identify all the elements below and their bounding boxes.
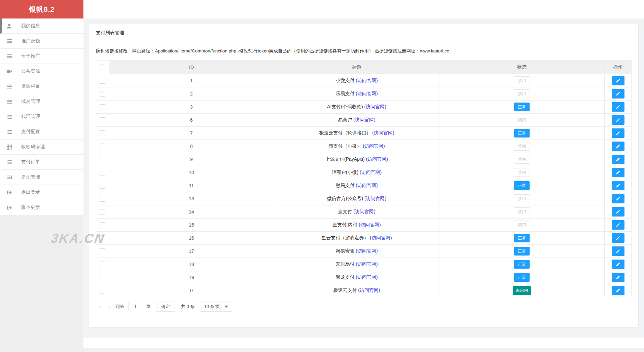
official-site-link[interactable]: (访问官网) [356, 261, 378, 267]
sidebar-item-9[interactable]: 支付订单 [0, 155, 83, 170]
edit-button[interactable] [612, 76, 624, 85]
official-site-link[interactable]: (访问官网) [366, 156, 388, 162]
row-checkbox[interactable] [100, 78, 105, 84]
sidebar-item-4[interactable]: 资源栏目 [0, 79, 83, 94]
official-site-link[interactable]: (访问官网) [360, 169, 382, 175]
qrcode-icon [6, 144, 12, 150]
official-site-link[interactable]: (访问官网) [356, 248, 378, 253]
status-badge[interactable]: 禁用 [514, 76, 530, 85]
row-checkbox[interactable] [100, 222, 105, 228]
sidebar-item-6[interactable]: 代理管理 [0, 109, 83, 124]
official-site-link[interactable]: (访问官网) [356, 78, 378, 83]
edit-button[interactable] [612, 273, 624, 282]
status-badge[interactable]: 正常 [514, 103, 530, 111]
sidebar-item-7[interactable]: 支付配置 [0, 124, 83, 140]
official-site-link[interactable]: (访问官网) [356, 183, 378, 188]
official-site-link[interactable]: (访问官网) [370, 235, 392, 240]
row-checkbox[interactable] [100, 157, 105, 162]
edit-button[interactable] [612, 115, 624, 125]
edit-button[interactable] [612, 194, 624, 203]
confirm-page-button[interactable]: 确定 [156, 302, 175, 312]
col-header-title: 标题 [274, 61, 439, 74]
sidebar-item-2[interactable]: 盒子推广 [0, 49, 83, 64]
sidebar-item-11[interactable]: 退出登录 [0, 185, 83, 200]
official-site-link[interactable]: (访问官网) [359, 222, 381, 227]
table-row: 1 小微支付 (访问官网) 禁用 [96, 74, 632, 87]
official-site-link[interactable]: (访问官网) [364, 196, 386, 201]
official-site-link[interactable]: (访问官网) [364, 104, 386, 109]
brand-title: 银帆8.2 [0, 0, 83, 18]
row-id: 0 [109, 284, 274, 297]
edit-button[interactable] [612, 233, 624, 243]
next-page-button[interactable]: › [105, 304, 113, 310]
sidebar-item-8[interactable]: 收款码管理 [0, 140, 83, 155]
status-badge[interactable]: 正常 [514, 273, 530, 282]
page-size-select[interactable]: 10 条/页 [200, 302, 232, 312]
select-all-checkbox[interactable] [100, 65, 105, 70]
sidebar-item-12[interactable]: 版本更新 [0, 200, 83, 215]
edit-button[interactable] [612, 220, 624, 230]
row-checkbox[interactable] [100, 130, 105, 136]
status-badge[interactable]: 禁用 [514, 194, 530, 203]
edit-button[interactable] [612, 89, 624, 99]
edit-button[interactable] [612, 168, 624, 177]
sidebar-item-10[interactable]: 提现管理 [0, 170, 83, 185]
status-badge[interactable]: 禁用 [514, 168, 530, 177]
status-badge[interactable]: 禁用 [514, 207, 530, 216]
status-badge[interactable]: 禁用 [514, 116, 530, 124]
row-checkbox[interactable] [100, 275, 105, 280]
edit-button[interactable] [612, 102, 624, 112]
row-checkbox[interactable] [100, 248, 105, 254]
edit-button[interactable] [612, 142, 624, 151]
row-checkbox[interactable] [100, 235, 105, 241]
official-site-link[interactable]: (访问官网) [358, 287, 380, 293]
official-site-link[interactable]: (访问官网) [363, 143, 385, 149]
edit-button[interactable] [612, 155, 624, 164]
row-checkbox[interactable] [100, 91, 105, 97]
edit-button[interactable] [612, 286, 624, 295]
status-badge[interactable]: 禁用 [514, 155, 530, 164]
official-site-link[interactable]: (访问官网) [356, 274, 378, 280]
edit-button[interactable] [612, 181, 624, 190]
row-checkbox[interactable] [100, 209, 105, 215]
edit-button[interactable] [612, 128, 624, 138]
edit-button[interactable] [612, 260, 624, 269]
status-badge[interactable]: 正常 [514, 234, 530, 242]
row-checkbox[interactable] [100, 170, 105, 175]
table-row: 16 星云支付（游戏点券） (访问官网) 正常 [96, 232, 632, 245]
sidebar-item-0[interactable]: 我的信息 [0, 18, 83, 34]
table-row: 0 极速云支付 (访问官网) 未启用 [96, 284, 632, 297]
status-badge[interactable]: 正常 [514, 247, 530, 256]
status-badge[interactable]: 正常 [514, 129, 530, 138]
row-id: 1 [109, 74, 274, 87]
sidebar-menu: 我的信息 推广赚钱 盒子推广 公共资源 资源栏目 域名管理 代理管理 支付配置 … [0, 18, 83, 215]
row-checkbox[interactable] [100, 196, 105, 202]
official-site-link[interactable]: (访问官网) [356, 91, 378, 96]
row-checkbox[interactable] [100, 183, 105, 189]
sidebar-item-1[interactable]: 推广赚钱 [0, 34, 83, 49]
row-checkbox[interactable] [100, 288, 105, 294]
top-bar [83, 0, 644, 18]
row-title: 云尔易付 [335, 261, 354, 267]
row-checkbox[interactable] [100, 104, 105, 110]
sidebar-item-5[interactable]: 域名管理 [0, 94, 83, 109]
sidebar-item-3[interactable]: 公共资源 [0, 64, 83, 79]
row-id: 15 [109, 219, 274, 232]
prev-page-button[interactable]: ‹ [96, 304, 105, 310]
status-badge[interactable]: 正常 [514, 181, 530, 190]
page-number-input[interactable] [128, 302, 142, 311]
row-checkbox[interactable] [100, 262, 105, 267]
edit-button[interactable] [612, 246, 624, 256]
money-icon [6, 174, 12, 180]
status-badge[interactable]: 未启用 [513, 286, 531, 295]
official-site-link[interactable]: (访问官网) [372, 130, 394, 135]
status-badge[interactable]: 正常 [514, 260, 530, 269]
status-badge[interactable]: 禁用 [514, 142, 530, 151]
official-site-link[interactable]: (访问官网) [353, 117, 375, 122]
row-checkbox[interactable] [100, 117, 105, 123]
row-checkbox[interactable] [100, 144, 105, 149]
status-badge[interactable]: 禁用 [514, 89, 530, 98]
status-badge[interactable]: 禁用 [514, 221, 530, 229]
edit-button[interactable] [612, 207, 624, 217]
official-site-link[interactable]: (访问官网) [353, 209, 375, 214]
